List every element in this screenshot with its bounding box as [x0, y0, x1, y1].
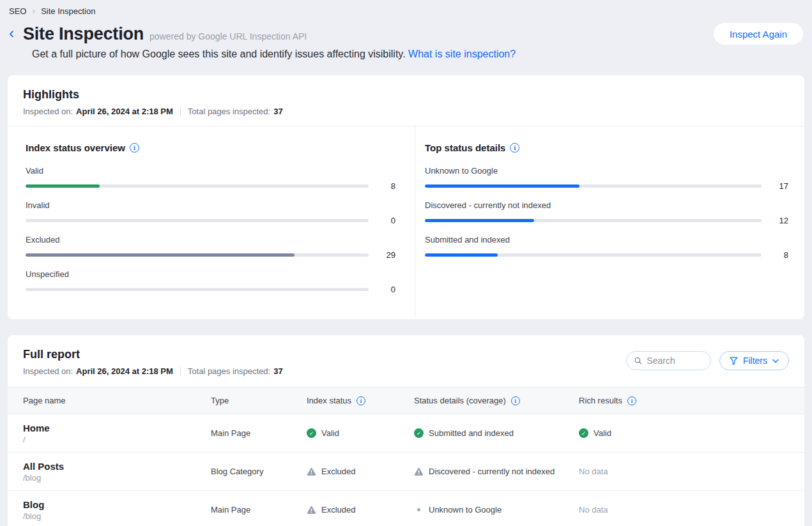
- breadcrumb-chevron-icon: ›: [32, 6, 35, 15]
- status-details-cell: Unknown to Google: [414, 505, 579, 515]
- total-pages-value: 37: [273, 366, 282, 376]
- rich-results-cell: ✓ Valid: [579, 428, 804, 438]
- warning-triangle-icon: [307, 467, 316, 476]
- bar-group-valid: Valid 8: [26, 166, 395, 191]
- col-page-name: Page name: [23, 396, 211, 405]
- table-header: Page name Type Index statusi Status deta…: [8, 387, 804, 414]
- table-row-home[interactable]: Home / Main Page ✓ Valid ✓ Submitted and…: [8, 414, 804, 453]
- page-header: ‹ Site Inspection powered by Google URL …: [8, 24, 804, 60]
- bar-value-invalid: 0: [374, 216, 395, 225]
- info-icon[interactable]: i: [511, 396, 520, 405]
- page-name: Blog: [23, 499, 211, 510]
- page-type: Main Page: [211, 428, 307, 438]
- info-icon[interactable]: i: [356, 396, 365, 405]
- breadcrumb-seo[interactable]: SEO: [9, 6, 26, 16]
- info-icon[interactable]: i: [627, 396, 636, 405]
- meta-divider: [180, 367, 181, 376]
- page-description-text: Get a full picture of how Google sees th…: [32, 49, 406, 59]
- bar-fill-valid: [26, 184, 100, 188]
- filter-funnel-icon: [730, 357, 738, 365]
- inspected-on-value: April 26, 2024 at 2:18 PM: [76, 366, 173, 376]
- bar-track: [26, 253, 369, 257]
- meta-divider: [180, 107, 181, 116]
- bar-track: [26, 219, 369, 222]
- filters-button[interactable]: Filters: [719, 351, 789, 370]
- page-path: /blog: [23, 511, 211, 521]
- search-input[interactable]: [647, 356, 703, 366]
- status-details-cell: Discovered - currently not indexed: [414, 467, 579, 476]
- check-circle-icon: ✓: [307, 428, 316, 438]
- page-name: All Posts: [23, 461, 211, 472]
- back-chevron-icon[interactable]: ‹: [9, 26, 14, 41]
- warning-triangle-icon: [307, 506, 316, 515]
- top-status-details-title: Top status details: [425, 142, 505, 153]
- page-path: /: [23, 435, 211, 444]
- bar-group-unknown-to-google: Unknown to Google 17: [425, 166, 788, 191]
- index-status-cell: ✓ Valid: [307, 428, 414, 438]
- col-index-status: Index statusi: [307, 396, 414, 405]
- breadcrumb-site-inspection: Site Inspection: [41, 6, 95, 16]
- bar-value-unknown: 17: [767, 181, 788, 191]
- bar-group-discovered: Discovered - currently not indexed 12: [425, 200, 788, 225]
- table-row-all-posts[interactable]: All Posts /blog Blog Category Excluded D…: [8, 453, 804, 491]
- bar-fill-submitted: [425, 253, 498, 257]
- highlights-card: Highlights Inspected on: April 26, 2024 …: [8, 75, 804, 319]
- search-box[interactable]: [626, 351, 711, 370]
- full-report-card: Full report Inspected on: April 26, 2024…: [8, 335, 804, 526]
- full-report-table: Page name Type Index statusi Status deta…: [8, 387, 804, 526]
- index-status-overview-title: Index status overview: [26, 142, 125, 153]
- rich-results-cell: No data: [579, 505, 804, 515]
- total-pages-label: Total pages inspected:: [188, 107, 270, 116]
- info-icon[interactable]: i: [510, 143, 519, 153]
- chevron-down-icon: [772, 359, 779, 363]
- total-pages-value: 37: [273, 107, 282, 116]
- top-status-details-chart: Top status details i Unknown to Google 1…: [415, 126, 804, 317]
- what-is-site-inspection-link[interactable]: What is site inspection?: [408, 49, 516, 59]
- total-pages-label: Total pages inspected:: [188, 366, 270, 376]
- inspected-on-label: Inspected on:: [23, 107, 73, 116]
- highlights-meta: Inspected on: April 26, 2024 at 2:18 PM …: [23, 107, 789, 116]
- inspected-on-value: April 26, 2024 at 2:18 PM: [76, 107, 173, 116]
- highlights-title: Highlights: [23, 88, 789, 101]
- bar-group-excluded: Excluded 29: [26, 235, 395, 260]
- bar-track: [425, 219, 762, 222]
- rich-results-cell: No data: [579, 467, 804, 476]
- info-icon[interactable]: i: [130, 143, 139, 153]
- bar-group-invalid: Invalid 0: [26, 200, 395, 225]
- dot-icon: [417, 508, 420, 511]
- check-circle-icon: ✓: [414, 428, 424, 438]
- bar-track: [425, 184, 762, 188]
- page-type: Blog Category: [211, 467, 307, 476]
- col-status-details: Status details (coverage)i: [414, 396, 579, 405]
- check-circle-icon: ✓: [579, 428, 588, 438]
- bar-value-excluded: 29: [374, 250, 395, 260]
- bar-value-unspecified: 0: [374, 285, 395, 294]
- index-status-cell: Excluded: [307, 505, 414, 515]
- page-type: Main Page: [211, 505, 307, 515]
- inspect-again-button[interactable]: Inspect Again: [714, 23, 803, 45]
- bar-track: [26, 184, 369, 188]
- site-inspection-page: SEO › Site Inspection ‹ Site Inspection …: [0, 0, 812, 526]
- bar-group-unspecified: Unspecified 0: [26, 269, 395, 294]
- warning-triangle-icon: [414, 467, 424, 476]
- bar-fill-discovered: [425, 219, 534, 222]
- page-path: /blog: [23, 473, 211, 483]
- breadcrumb: SEO › Site Inspection: [8, 0, 804, 17]
- table-row-blog[interactable]: Blog /blog Main Page Excluded Unknown to…: [8, 491, 804, 526]
- status-details-cell: ✓ Submitted and indexed: [414, 428, 579, 438]
- page-description: Get a full picture of how Google sees th…: [32, 49, 804, 60]
- col-rich-results: Rich resultsi: [579, 396, 804, 405]
- bar-value-submitted: 8: [767, 250, 788, 260]
- bar-value-valid: 8: [374, 181, 395, 191]
- bar-fill-unknown: [425, 184, 579, 188]
- search-icon: [634, 356, 641, 365]
- index-status-cell: Excluded: [307, 467, 414, 476]
- bar-value-discovered: 12: [767, 216, 788, 225]
- inspected-on-label: Inspected on:: [23, 366, 73, 376]
- bar-track: [425, 253, 762, 257]
- col-type: Type: [211, 396, 307, 405]
- index-status-overview-chart: Index status overview i Valid 8 Invalid …: [8, 126, 415, 317]
- powered-by-text: powered by Google URL Inspection API: [149, 31, 307, 41]
- page-name: Home: [23, 423, 211, 433]
- bar-fill-excluded: [26, 253, 295, 257]
